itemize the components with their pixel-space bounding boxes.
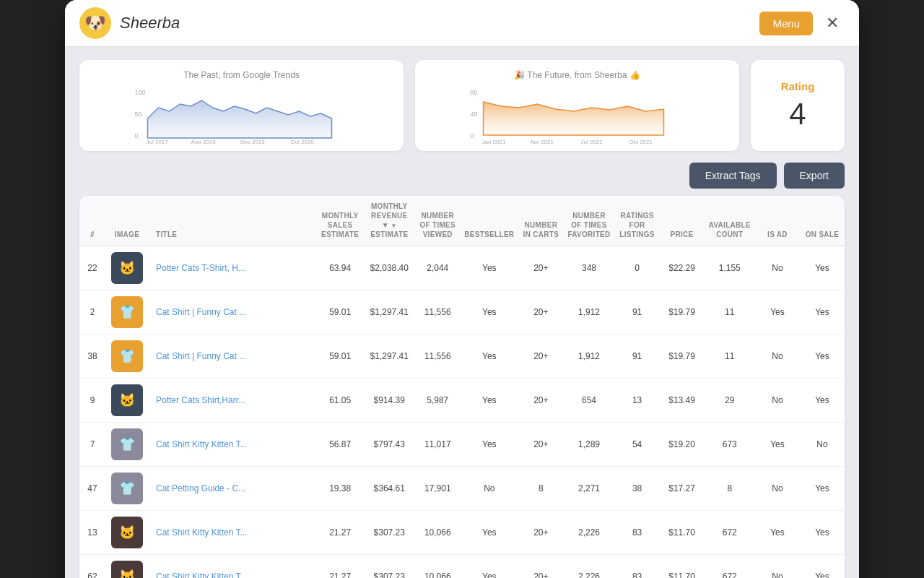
cell-ratings: 91 <box>615 290 660 335</box>
header-actions: Menu ✕ <box>759 11 845 35</box>
cell-num: 38 <box>79 335 105 379</box>
cell-ratings: 83 <box>615 511 660 555</box>
table-row[interactable]: 62 🐱 Cat Shirt Kitty Kitten T... 21.27 $… <box>79 555 845 578</box>
svg-text:Jul 2021: Jul 2021 <box>581 139 603 144</box>
table-row[interactable]: 7 👕 Cat Shirt Kitty Kitten T... 56.87 $7… <box>79 423 845 467</box>
logo-icon: 🐶 <box>79 7 111 39</box>
cell-title[interactable]: Cat Shirt Kitty Kitten T... <box>149 555 317 578</box>
svg-text:Aug 2018: Aug 2018 <box>191 139 217 144</box>
svg-text:40: 40 <box>471 111 478 118</box>
table-row[interactable]: 9 🐱 Potter Cats Shirt,Harr... 61.05 $914… <box>79 379 845 423</box>
cell-title[interactable]: Cat Shirt | Funny Cat ... <box>149 290 317 335</box>
table-row[interactable]: 2 👕 Cat Shirt | Funny Cat ... 59.01 $1,2… <box>79 290 845 335</box>
col-header-monthly-revenue[interactable]: MONTHLY REVENUE ▼ ESTIMATE <box>363 196 415 246</box>
cell-times-viewed: 11,556 <box>415 290 460 335</box>
svg-text:Sep 2019: Sep 2019 <box>240 139 266 144</box>
cell-in-carts: 8 <box>518 467 563 511</box>
col-header-title: TITLE <box>149 196 317 246</box>
col-header-price: PRICE <box>660 196 705 246</box>
cell-on-sale: No <box>800 423 845 467</box>
cell-price: $19.79 <box>660 290 705 335</box>
cell-in-carts: 20+ <box>518 290 563 335</box>
cell-num: 13 <box>79 511 105 555</box>
cell-on-sale: Yes <box>800 511 845 555</box>
cell-in-carts: 20+ <box>518 335 563 379</box>
cell-bestseller: Yes <box>460 555 518 578</box>
export-button[interactable]: Export <box>784 163 845 189</box>
cell-ratings: 54 <box>615 423 660 467</box>
app-title: Sheerba <box>120 14 180 33</box>
table-row[interactable]: 38 👕 Cat Shirt | Funny Cat ... 59.01 $1,… <box>79 335 845 379</box>
menu-button[interactable]: Menu <box>759 12 813 35</box>
cell-price: $13.49 <box>660 379 705 423</box>
cell-num: 47 <box>79 467 105 511</box>
svg-text:0: 0 <box>471 132 474 139</box>
col-header-bestseller: BESTSELLER <box>460 196 518 246</box>
products-table: # IMAGE TITLE MONTHLY SALES ESTIMATE MON… <box>79 196 845 578</box>
cell-title[interactable]: Potter Cats T-Shirt, H... <box>149 246 317 290</box>
cell-monthly-revenue: $364.61 <box>363 467 415 511</box>
cell-times-viewed: 10,066 <box>415 555 460 578</box>
cell-monthly-revenue: $914.39 <box>363 379 415 423</box>
product-image: 🐱 <box>111 561 143 578</box>
cell-available: 29 <box>705 379 755 423</box>
cell-in-carts: 20+ <box>518 511 563 555</box>
cell-on-sale: Yes <box>800 290 845 335</box>
cell-favorited: 2,226 <box>563 511 614 555</box>
main-content: The Past, from Google Trends 100 50 0 <box>65 47 859 578</box>
cell-title[interactable]: Cat Shirt Kitty Kitten T... <box>149 423 317 467</box>
sheerba-future-card: 🎉 The Future, from Sheerba 👍 80 40 0 Jan… <box>415 60 739 151</box>
cell-title[interactable]: Cat Shirt | Funny Cat ... <box>149 335 317 379</box>
cell-bestseller: Yes <box>460 335 518 379</box>
cell-bestseller: Yes <box>460 290 518 335</box>
cell-title[interactable]: Cat Shirt Kitty Kitten T... <box>149 511 317 555</box>
cell-available: 11 <box>705 290 755 335</box>
product-image: 👕 <box>111 428 143 460</box>
cell-favorited: 1,912 <box>563 335 614 379</box>
col-header-image: IMAGE <box>105 196 149 246</box>
cell-price: $19.20 <box>660 423 705 467</box>
cell-bestseller: Yes <box>460 423 518 467</box>
product-image: 👕 <box>111 473 143 504</box>
cell-times-viewed: 5,987 <box>415 379 460 423</box>
extract-tags-button[interactable]: Extract Tags <box>689 163 777 189</box>
svg-text:50: 50 <box>135 111 142 118</box>
cell-is-ad: No <box>755 246 800 290</box>
svg-text:Oct 2020: Oct 2020 <box>291 139 315 144</box>
cell-title[interactable]: Potter Cats Shirt,Harr... <box>149 379 317 423</box>
cell-image: 👕 <box>105 423 149 467</box>
close-button[interactable]: ✕ <box>820 11 845 35</box>
table-row[interactable]: 13 🐱 Cat Shirt Kitty Kitten T... 21.27 $… <box>79 511 845 555</box>
sheerba-future-title: 🎉 The Future, from Sheerba 👍 <box>427 70 728 80</box>
cell-monthly-sales: 59.01 <box>317 335 363 379</box>
cell-favorited: 1,912 <box>563 290 614 335</box>
cell-available: 8 <box>705 467 755 511</box>
col-header-available: AVAILABLE COUNT <box>705 196 755 246</box>
cell-monthly-sales: 63.94 <box>317 246 363 290</box>
col-header-monthly-sales: MONTHLY SALES ESTIMATE <box>317 196 363 246</box>
product-image: 🐱 <box>111 517 143 548</box>
cell-is-ad: No <box>755 467 800 511</box>
sort-icon: ▼ <box>382 221 397 229</box>
cell-is-ad: No <box>755 379 800 423</box>
table-row[interactable]: 22 🐱 Potter Cats T-Shirt, H... 63.94 $2,… <box>79 246 845 290</box>
cell-on-sale: Yes <box>800 467 845 511</box>
cell-num: 62 <box>79 555 105 578</box>
cell-on-sale: Yes <box>800 335 845 379</box>
google-trends-title: The Past, from Google Trends <box>91 70 392 80</box>
cell-available: 673 <box>705 423 755 467</box>
cell-monthly-revenue: $797.43 <box>363 423 415 467</box>
cell-monthly-revenue: $2,038.40 <box>363 246 415 290</box>
cell-price: $11.70 <box>660 555 705 578</box>
cell-monthly-sales: 19.38 <box>317 467 363 511</box>
cell-num: 9 <box>79 379 105 423</box>
cell-favorited: 654 <box>563 379 614 423</box>
table-row[interactable]: 47 👕 Cat Petting Guide - C... 19.38 $364… <box>79 467 845 511</box>
cell-monthly-sales: 59.01 <box>317 290 363 335</box>
cell-ratings: 83 <box>615 555 660 578</box>
table-container: # IMAGE TITLE MONTHLY SALES ESTIMATE MON… <box>79 196 845 578</box>
cell-bestseller: Yes <box>460 379 518 423</box>
cell-favorited: 1,289 <box>563 423 614 467</box>
cell-title[interactable]: Cat Petting Guide - C... <box>149 467 317 511</box>
table-header-row: # IMAGE TITLE MONTHLY SALES ESTIMATE MON… <box>79 196 845 246</box>
